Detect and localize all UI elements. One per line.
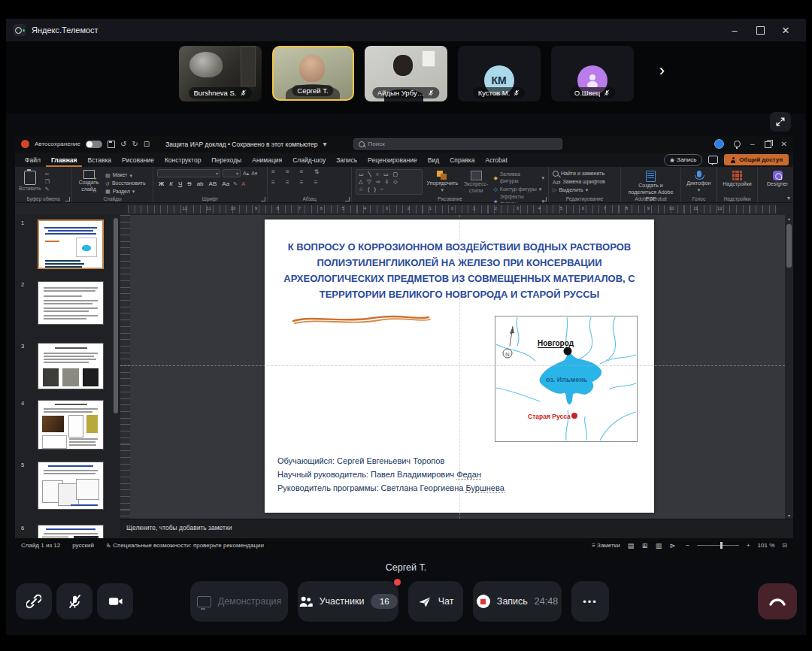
tab-slideshow[interactable]: Слайд-шоу	[287, 153, 331, 167]
accessibility-check[interactable]: ♿ Специальные возможности: проверьте рек…	[106, 542, 264, 549]
present-icon[interactable]: ⊡	[144, 141, 150, 148]
comments-icon[interactable]	[708, 156, 718, 164]
autosave-toggle[interactable]	[86, 141, 102, 148]
doc-title-caret-icon[interactable]: ▾	[323, 141, 326, 148]
maximize-button[interactable]	[747, 19, 773, 41]
document-title[interactable]: Защита ИАР доклад • Сохранено в этот ком…	[165, 141, 317, 148]
close-button[interactable]: ✕	[773, 19, 798, 41]
fit-to-window-icon[interactable]: ⊡	[782, 542, 787, 549]
select-button[interactable]: ▷Выделить▾	[553, 187, 605, 194]
lightbulb-icon[interactable]	[734, 141, 741, 147]
tab-home[interactable]: Главная	[46, 153, 83, 167]
canvas-scrollbar[interactable]: ▴ ▾ » »	[785, 215, 793, 538]
dialog-launcher-icon[interactable]	[65, 197, 70, 201]
bold-button[interactable]: Ж	[157, 180, 165, 187]
new-slide-button[interactable]: Создать слайд	[76, 169, 102, 193]
minimize-button[interactable]: –	[722, 19, 747, 41]
reset-button[interactable]: ↺Восстановить	[105, 180, 146, 187]
invite-link-button[interactable]	[16, 583, 52, 619]
tab-insert[interactable]: Вставка	[82, 153, 117, 167]
case-button[interactable]: Аа	[220, 180, 231, 187]
slide-thumbnail-1-selected[interactable]	[38, 220, 104, 269]
participants-button[interactable]: Участники 16	[298, 581, 398, 622]
underline-button[interactable]: Ч	[177, 180, 183, 187]
camera-button[interactable]	[97, 583, 133, 619]
leave-call-button[interactable]	[758, 583, 797, 619]
participant-tile-sergey-active[interactable]: Сергей Т.	[272, 46, 354, 101]
tab-help[interactable]: Справка	[444, 153, 480, 167]
language-indicator[interactable]: русский	[72, 542, 94, 549]
tab-record[interactable]: Запись	[331, 153, 362, 167]
highlight-pen-icon[interactable]: ✎	[233, 181, 238, 186]
tab-animations[interactable]: Анимация	[247, 153, 287, 167]
font-size-input[interactable]: ▾	[223, 169, 241, 177]
map-image[interactable]: Новгород оз. Ильмень Старая Русса N	[495, 316, 638, 442]
quick-styles-button[interactable]: Экспресс-стили	[462, 169, 490, 195]
shapes-gallery[interactable]: ▭ ╲ ○ ▭ ▢ △ ▽ ⇨ ⇩ ◇ ☆ ( ) ~	[356, 169, 423, 195]
replace-fonts-button[interactable]: А⇄Замена шрифтов	[553, 179, 605, 186]
microphone-muted-button[interactable]	[56, 583, 92, 619]
grow-font-icon[interactable]: A▴	[243, 171, 249, 176]
list-buttons[interactable]: ≡ ≡ ≡ ⇅	[271, 169, 323, 175]
align-buttons[interactable]: ≡ ≡ ≡ ≡	[271, 180, 322, 186]
record-presentation-button[interactable]: ◉Запись	[664, 154, 702, 166]
dialog-launcher-icon[interactable]	[542, 197, 547, 201]
tab-acrobat[interactable]: Acrobat	[480, 153, 513, 167]
orange-squiggle-shape[interactable]	[290, 311, 433, 328]
account-avatar[interactable]	[714, 139, 724, 149]
cut-icon[interactable]: ✂	[45, 171, 50, 177]
screen-share-button-disabled[interactable]: Демонстрация	[190, 581, 288, 622]
strip-next-arrow[interactable]: ›	[659, 62, 665, 79]
view-buttons[interactable]: ▤ ⊞ ▥ ⊳	[628, 542, 679, 550]
shrink-font-icon[interactable]: A▾	[251, 171, 257, 176]
section-button[interactable]: ▦Раздел▾	[105, 189, 146, 195]
redo-icon[interactable]: ↻	[132, 141, 138, 148]
ppt-restore-button[interactable]	[765, 141, 771, 148]
tab-review[interactable]: Рецензирование	[362, 153, 423, 167]
participant-tile-aydin[interactable]: Айдын Урбу…	[365, 46, 447, 101]
font-color-button[interactable]: А	[240, 180, 247, 187]
italic-button[interactable]: К	[168, 180, 174, 187]
layout-button[interactable]: ▤Макет▾	[105, 172, 146, 179]
addins-button[interactable]: Надстройки	[721, 169, 753, 188]
share-button[interactable]: Общий доступ	[724, 154, 789, 165]
designer-button[interactable]: Designer	[762, 169, 793, 188]
slide-thumbnail-3[interactable]	[38, 343, 104, 389]
slide-thumbnail-2[interactable]	[38, 281, 104, 325]
tab-draw[interactable]: Рисование	[117, 153, 159, 167]
participant-tile-shvets[interactable]: О.Швец	[551, 46, 634, 101]
slide-thumbnail-5[interactable]	[38, 462, 104, 510]
slide-thumbnail-6[interactable]	[38, 525, 104, 538]
slide-canvas[interactable]: К ВОПРОСУ О КОРРОЗИОННОМ ВОЗДЕЙСТВИИ ВОД…	[120, 215, 785, 519]
participant-tile-burshneva[interactable]: Burshneva S.	[179, 46, 262, 101]
panel-scrollbar[interactable]	[114, 218, 118, 534]
spacing-button[interactable]: АВ	[208, 180, 219, 187]
slide-thumbnail-4[interactable]	[38, 400, 104, 450]
tab-file[interactable]: Файл	[20, 153, 46, 167]
search-input[interactable]: Поиск	[353, 138, 562, 150]
scrollbar-thumb[interactable]	[786, 224, 792, 268]
ppt-minimize-button[interactable]: –	[750, 141, 755, 148]
copy-icon[interactable]: ❐	[45, 179, 50, 184]
paste-button[interactable]: Вставить	[19, 169, 41, 192]
collapse-ribbon-icon[interactable]: ▾	[787, 195, 790, 201]
undo-icon[interactable]: ↺	[120, 141, 126, 148]
dialog-launcher-icon[interactable]	[261, 197, 265, 201]
arrange-button[interactable]: Упорядочить ▾	[426, 169, 458, 192]
expand-screen-share-button[interactable]	[770, 112, 791, 132]
zoom-out-button[interactable]: −	[686, 542, 689, 549]
shape-fill-button[interactable]: ◆Заливка фигуры▾	[493, 171, 544, 185]
find-replace-button[interactable]: Найти и заменить	[553, 171, 605, 177]
font-name-input[interactable]: ▾	[157, 169, 220, 177]
more-options-button[interactable]: •••	[571, 581, 609, 622]
notes-pane[interactable]: Щелкните, чтобы добавить заметки	[120, 519, 793, 538]
save-icon[interactable]	[108, 141, 115, 148]
format-painter-icon[interactable]: ✎	[45, 186, 50, 192]
scroll-up-icon[interactable]: ▴	[788, 215, 790, 223]
zoom-slider[interactable]	[697, 545, 739, 546]
recording-button[interactable]: Запись 24:48	[473, 581, 562, 622]
tab-design[interactable]: Конструктор	[159, 153, 206, 167]
panel-scrollbar-thumb[interactable]	[114, 218, 118, 413]
tab-view[interactable]: Вид	[423, 153, 444, 167]
shadow-button[interactable]: ab	[195, 180, 205, 187]
